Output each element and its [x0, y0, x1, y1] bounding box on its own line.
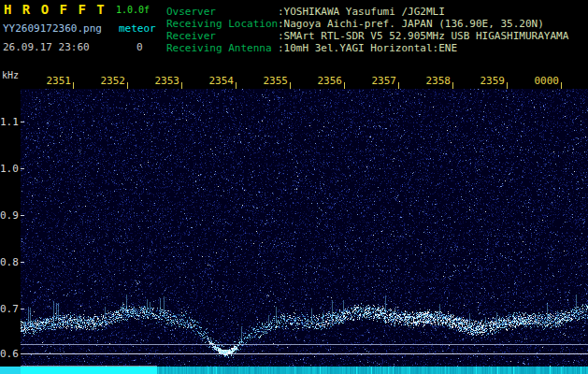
info-row: Receiving Antenna :10mH 3el.YAGI Horizon…: [166, 42, 568, 54]
x-tick-mark: [127, 82, 128, 89]
x-tick-label: 2354: [204, 75, 234, 87]
y-tick-label: 0.9: [0, 209, 17, 222]
x-tick-mark: [290, 82, 291, 89]
spectrogram-canvas: [21, 89, 588, 374]
info-value: :10mH 3el.YAGI Horizontal:ENE: [278, 42, 457, 54]
x-tick-label: 2359: [475, 75, 505, 87]
info-label: Receiver: [166, 30, 278, 42]
output-filename: YY2609172360.png: [3, 22, 102, 35]
info-row: Receiver :SMArt RTL-SDR V5 52.905MHz USB…: [166, 30, 568, 42]
signal-strip-left: [0, 367, 21, 374]
x-tick-label: 2352: [95, 75, 125, 87]
x-tick-mark: [561, 82, 562, 89]
y-tick-label: 0.8: [0, 256, 17, 268]
x-tick-label: 2351: [41, 75, 71, 87]
x-tick-mark: [344, 82, 345, 89]
y-tick-label: 1.0: [0, 163, 17, 175]
info-row: Receiving Location :Nagoya Aichi-pref. J…: [166, 18, 568, 30]
station-info: Ovserver :YOSHIKAWA Yasufumi /JG2MLI Rec…: [166, 6, 568, 54]
x-tick-mark: [452, 82, 453, 89]
x-tick-mark: [236, 82, 237, 89]
app-title: H R O F F T: [4, 2, 106, 17]
x-tick-label: 2358: [421, 75, 451, 87]
info-label: Receiving Antenna: [166, 42, 278, 54]
x-tick-mark: [507, 82, 508, 89]
info-row: Ovserver :YOSHIKAWA Yasufumi /JG2MLI: [166, 6, 568, 18]
y-tick-label: 0.6: [0, 348, 17, 360]
meteor-count: 0: [136, 41, 143, 53]
x-tick-label: 2356: [312, 75, 342, 87]
x-tick-label: 2357: [366, 75, 396, 87]
y-tick-label: 1.1: [0, 116, 17, 128]
x-tick-label: 2355: [258, 75, 288, 87]
x-tick-mark: [73, 82, 74, 89]
hrofft-screen: H R O F F T 1.0.0f YY2609172360.png mete…: [0, 0, 588, 374]
y-tick-label: 0.7: [0, 303, 17, 315]
app-version: 1.0.0f: [116, 5, 150, 15]
x-tick-mark: [181, 82, 182, 89]
x-tick-label: 0000: [529, 75, 559, 87]
datetime: 26.09.17 23:60: [3, 41, 90, 53]
info-value: :SMArt RTL-SDR V5 52.905MHz USB HIGASHIM…: [278, 30, 568, 42]
info-value: :YOSHIKAWA Yasufumi /JG2MLI: [278, 6, 445, 18]
info-value: :Nagoya Aichi-pref. JAPAN (136.90E, 35.2…: [278, 18, 544, 30]
info-label: Receiving Location: [166, 18, 278, 30]
info-label: Ovserver: [166, 6, 278, 18]
y-axis-unit: kHz: [2, 70, 19, 80]
mode-badge: meteor: [119, 22, 156, 35]
x-tick-label: 2353: [150, 75, 179, 87]
x-tick-mark: [398, 82, 399, 89]
